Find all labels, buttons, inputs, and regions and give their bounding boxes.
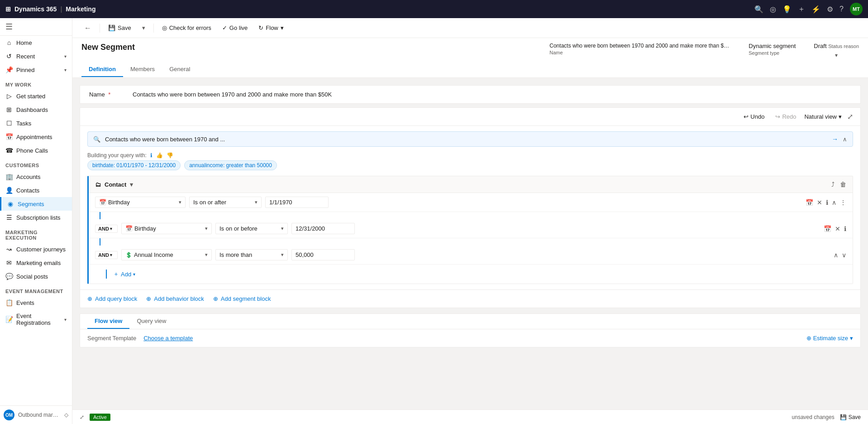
go-live-button[interactable]: ✓ Go live	[218, 22, 252, 34]
add-behavior-block-button[interactable]: ⊕ Add behavior block	[146, 295, 204, 302]
contact-icon: 🗂	[95, 181, 101, 188]
sidebar-item-contacts[interactable]: 👤 Contacts	[0, 183, 72, 197]
calendar-icon[interactable]: 📅	[824, 225, 831, 232]
value-field-2[interactable]: 12/31/2000	[291, 223, 355, 234]
tab-flow-view[interactable]: Flow view	[87, 314, 129, 329]
info-icon[interactable]: ℹ	[150, 152, 153, 159]
outbound-area[interactable]: OM Outbound marke... ◇	[0, 405, 72, 424]
name-label: Name *	[89, 91, 125, 98]
choose-template-link[interactable]: Choose a template	[143, 335, 193, 342]
expand-icon[interactable]: ⤢	[80, 414, 84, 420]
save-dropdown-button[interactable]: ▾	[138, 22, 150, 34]
contact-header: 🗂 Contact ▾ ⤴ 🗑	[89, 176, 853, 193]
sidebar-item-home[interactable]: ⌂ Home	[0, 36, 72, 49]
field-chevron-icon: ▾	[179, 199, 181, 205]
add-icon[interactable]: ＋	[798, 5, 805, 14]
delete-icon[interactable]: 🗑	[840, 181, 846, 188]
sidebar-item-events[interactable]: 📋 Events	[0, 296, 72, 309]
operator-select-2[interactable]: Is on or before ▾	[215, 223, 288, 234]
sidebar-item-label: Dashboards	[16, 106, 48, 113]
more-icon[interactable]: ⋮	[840, 199, 846, 206]
settings-icon[interactable]: ⚙	[827, 5, 833, 14]
thumbs-up-icon[interactable]: 👍	[156, 152, 163, 159]
clear-icon[interactable]: ✕	[835, 225, 840, 232]
clear-icon[interactable]: ✕	[817, 199, 822, 206]
info-icon[interactable]: ℹ	[844, 225, 846, 232]
check-errors-label: Check for errors	[169, 24, 211, 31]
help-icon[interactable]: ?	[839, 5, 844, 13]
operator-label: Is on or after	[193, 199, 226, 206]
chevron-down-icon: ▾	[64, 67, 67, 72]
save-status-button[interactable]: 💾 Save	[840, 414, 861, 420]
field-select-birthday-1[interactable]: 📅 Birthday ▾	[95, 197, 186, 208]
back-button[interactable]: ←	[80, 22, 96, 34]
filter-icon[interactable]: ⚡	[811, 5, 820, 14]
sidebar-item-subscription-lists[interactable]: ☰ Subscription lists	[0, 211, 72, 224]
sidebar-item-dashboards[interactable]: ⊞ Dashboards	[0, 103, 72, 116]
redo-button[interactable]: ↪ Redo	[773, 111, 799, 122]
expand-icon[interactable]: ⤢	[847, 112, 853, 121]
value-field-1[interactable]: 1/1/1970	[265, 197, 329, 208]
operator-chevron-icon: ▾	[281, 252, 284, 258]
tab-general[interactable]: General	[162, 62, 197, 77]
up-icon[interactable]: ∧	[832, 199, 836, 206]
brand-logo[interactable]: ⊞ Dynamics 365 | Marketing	[5, 5, 95, 13]
field-select-birthday-2[interactable]: 📅 Birthday ▾	[121, 223, 212, 234]
estimate-size-button[interactable]: ⊕ Estimate size ▾	[806, 335, 853, 342]
status-chevron-icon[interactable]: ▾	[835, 52, 838, 58]
phone-icon: ☎	[5, 147, 13, 154]
undo-button[interactable]: ↩ Undo	[741, 111, 767, 122]
sidebar-header[interactable]: ☰	[0, 18, 72, 36]
add-query-block-button[interactable]: ⊕ Add query block	[87, 295, 137, 302]
sidebar-item-get-started[interactable]: ▷ Get started	[0, 89, 72, 103]
search-icon[interactable]: 🔍	[754, 5, 763, 14]
birthday-icon: 📅	[125, 225, 133, 232]
add-query-block-label: Add query block	[95, 295, 137, 302]
sidebar-item-phone-calls[interactable]: ☎ Phone Calls	[0, 144, 72, 157]
content-area: Name * Contacts who were born between 19…	[72, 78, 868, 410]
operator-select-3[interactable]: Is more than ▾	[215, 249, 288, 260]
segment-type-meta: Dynamic segment Segment type	[749, 43, 796, 56]
save-button[interactable]: 💾 Save	[104, 22, 136, 34]
operator-select-1[interactable]: Is on or after ▾	[189, 197, 262, 208]
hamburger-icon[interactable]: ☰	[5, 22, 13, 31]
copilot-icon[interactable]: ◎	[770, 5, 776, 14]
sidebar-item-pinned[interactable]: 📌 Pinned ▾	[0, 63, 72, 77]
view-select[interactable]: Natural view ▾	[804, 113, 842, 120]
ai-query-text[interactable]: Contacts who were born between 1970 and …	[105, 136, 827, 143]
sidebar-item-segments[interactable]: ◉ Segments	[0, 197, 72, 211]
check-errors-button[interactable]: ◎ Check for errors	[157, 22, 216, 34]
flow-button[interactable]: ↻ Flow ▾	[254, 22, 288, 34]
up-icon[interactable]: ∧	[834, 251, 838, 259]
name-value[interactable]: Contacts who were born between 1970 and …	[133, 91, 332, 98]
add-condition-button[interactable]: ＋ Add ▾	[110, 268, 139, 280]
behavior-block-icon: ⊕	[146, 295, 151, 302]
ai-arrow-icon[interactable]: →	[832, 135, 838, 143]
add-segment-block-button[interactable]: ⊕ Add segment block	[213, 295, 271, 302]
value-field-3[interactable]: 50,000	[291, 249, 355, 260]
sidebar-item-recent[interactable]: ↺ Recent ▾	[0, 49, 72, 63]
sidebar-item-social-posts[interactable]: 💬 Social posts	[0, 270, 72, 283]
sidebar-item-marketing-emails[interactable]: ✉ Marketing emails	[0, 256, 72, 270]
and-badge-2[interactable]: AND ▾	[95, 225, 118, 233]
sidebar-item-label: Recent	[16, 53, 35, 60]
sidebar-item-appointments[interactable]: 📅 Appointments	[0, 130, 72, 144]
and-badge-3[interactable]: AND ▾	[95, 251, 118, 259]
contact-chevron-icon[interactable]: ▾	[130, 181, 133, 188]
tab-definition[interactable]: Definition	[81, 62, 123, 77]
user-avatar[interactable]: MT	[850, 3, 863, 15]
ai-collapse-icon[interactable]: ∧	[843, 136, 847, 143]
sidebar-item-tasks[interactable]: ☐ Tasks	[0, 116, 72, 130]
lightbulb-icon[interactable]: 💡	[782, 5, 792, 14]
share-icon[interactable]: ⤴	[831, 181, 835, 188]
tab-members[interactable]: Members	[123, 62, 162, 77]
sidebar-item-event-registrations[interactable]: 📝 Event Registrations ▾	[0, 309, 72, 329]
info-icon[interactable]: ℹ	[826, 199, 828, 206]
sidebar-item-customer-journeys[interactable]: ↝ Customer journeys	[0, 242, 72, 256]
thumbs-down-icon[interactable]: 👎	[167, 152, 173, 159]
sidebar-item-accounts[interactable]: 🏢 Accounts	[0, 170, 72, 183]
calendar-icon[interactable]: 📅	[806, 199, 813, 206]
tab-query-view[interactable]: Query view	[129, 314, 173, 329]
field-select-income[interactable]: 💲 Annual Income ▾	[121, 249, 212, 260]
down-icon[interactable]: ∨	[842, 251, 846, 259]
